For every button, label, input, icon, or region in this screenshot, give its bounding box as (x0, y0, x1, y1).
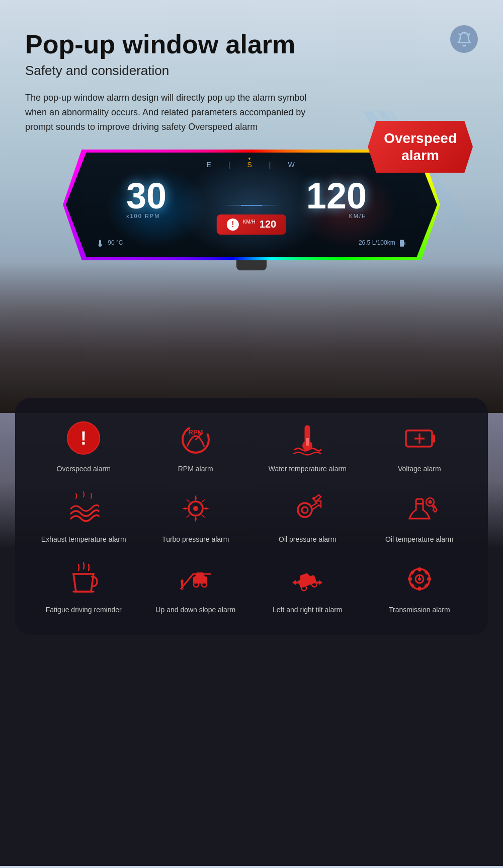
temp-display: 90 °C (96, 239, 123, 247)
compass-s: ▼ S (247, 161, 254, 169)
alarm-item-water-temp: Water temperature alarm (254, 418, 361, 473)
alarm-item-rpm: RPM RPM alarm (142, 418, 249, 473)
oil-temp-icon-wrap (399, 488, 440, 529)
compass-w: W (288, 161, 296, 169)
hud-alarm-overlay: ! KM/H 120 (217, 214, 286, 235)
transmission-icon (402, 561, 437, 597)
oil-pressure-label: Oil pressure alarm (279, 535, 336, 544)
water-temp-icon (290, 420, 325, 456)
rpm-icon-wrap: RPM (176, 418, 216, 458)
slope-icon (178, 561, 213, 597)
alarm-item-tilt: Left and right tilt alarm (254, 559, 361, 614)
turbo-label: Turbo pressure alarm (162, 535, 229, 544)
svg-rect-30 (418, 567, 421, 571)
oil-temp-icon (402, 491, 437, 526)
oil-pressure-icon-wrap (287, 488, 327, 529)
turbo-icon-wrap (176, 488, 216, 529)
rpm-display: 30 (126, 175, 166, 216)
rpm-icon: RPM (178, 420, 213, 456)
alarm-item-transmission: Transmission alarm (366, 559, 473, 614)
alarm-unit: KM/H (243, 219, 256, 230)
alarm-card: ! Overspeed alarm RPM RPM alarm (15, 398, 488, 635)
alarm-grid: ! Overspeed alarm RPM RPM alarm (30, 418, 473, 615)
svg-rect-32 (408, 577, 412, 581)
exhaust-icon-wrap (63, 488, 104, 529)
alarm-speed: 120 (260, 219, 276, 230)
page-subtitle: Safety and consideration (25, 63, 478, 79)
alarm-item-turbo: Turbo pressure alarm (142, 488, 249, 544)
voltage-icon (402, 420, 437, 456)
top-section: Pop-up window alarm Safety and considera… (0, 0, 503, 413)
dashboard-bg (0, 262, 503, 413)
transmission-label: Transmission alarm (389, 605, 450, 614)
page-title: Pop-up window alarm (25, 30, 478, 59)
svg-rect-33 (427, 577, 431, 581)
compass-bar: E | ▼ S | W (206, 161, 296, 169)
speed-display: 120 (306, 175, 367, 216)
exhaust-temp-icon (66, 491, 101, 526)
alarm-item-voltage: Voltage alarm (366, 418, 473, 473)
alarm-item-oil-pressure: Oil pressure alarm (254, 488, 361, 544)
tilt-icon (290, 561, 325, 597)
fatigue-label: Fatigue driving reminder (46, 605, 122, 614)
transmission-icon-wrap (399, 559, 440, 599)
water-temp-label: Water temperature alarm (269, 464, 347, 473)
speed-label: KM/H (349, 213, 367, 219)
svg-text:!: ! (80, 428, 87, 449)
compass-sep2: | (269, 161, 273, 169)
voltage-label: Voltage alarm (398, 464, 441, 473)
alarm-item-oil-temp: Oil temperature alarm (366, 488, 473, 544)
tilt-icon-wrap (287, 559, 327, 599)
voltage-icon-wrap (399, 418, 440, 458)
alarm-item-fatigue: Fatigue driving reminder (30, 559, 137, 614)
tilt-label: Left and right tilt alarm (273, 605, 343, 614)
slope-icon-wrap (176, 559, 216, 599)
overspeed-icon-wrap: ! (63, 418, 104, 458)
alarm-item-exhaust: Exhaust temperature alarm (30, 488, 137, 544)
svg-rect-18 (416, 503, 423, 504)
water-temp-icon-wrap (287, 418, 327, 458)
title-area: Pop-up window alarm Safety and considera… (25, 30, 478, 134)
rpm-label: x100 RPM (126, 213, 160, 219)
slope-label: Up and down slope alarm (155, 605, 235, 614)
fatigue-icon (66, 561, 101, 597)
compass-e: E (206, 161, 213, 169)
fuel-display: 26.5 L/100km (359, 239, 407, 247)
oil-temp-label: Oil temperature alarm (385, 535, 453, 544)
svg-rect-8 (306, 438, 309, 446)
exhaust-label: Exhaust temperature alarm (41, 535, 126, 544)
turbo-icon (178, 491, 213, 526)
overspeed-alarm-badge: Overspeed alarm (368, 121, 473, 173)
page-description: The pop-up window alarm design will dire… (25, 91, 317, 134)
svg-point-17 (312, 497, 315, 500)
svg-point-15 (298, 503, 312, 517)
svg-rect-31 (418, 587, 421, 591)
oil-pressure-icon (290, 491, 325, 526)
hud-bottom-info: 90 °C 26.5 L/100km (66, 239, 437, 247)
svg-rect-10 (432, 435, 435, 443)
overspeed-label: Overspeed alarm (57, 464, 111, 473)
alarm-item-slope: Up and down slope alarm (142, 559, 249, 614)
fatigue-icon-wrap (63, 559, 104, 599)
svg-point-16 (302, 507, 308, 513)
rpm-label: RPM alarm (178, 464, 213, 473)
alarm-item-overspeed: ! Overspeed alarm (30, 418, 137, 473)
bottom-section: ! Overspeed alarm RPM RPM alarm (0, 413, 503, 866)
hud-divider-right (241, 205, 281, 206)
svg-point-20 (428, 500, 432, 504)
compass-sep1: | (228, 161, 232, 169)
alarm-circle-icon: ! (227, 219, 239, 231)
svg-point-14 (193, 506, 198, 511)
overspeed-icon: ! (66, 420, 101, 456)
